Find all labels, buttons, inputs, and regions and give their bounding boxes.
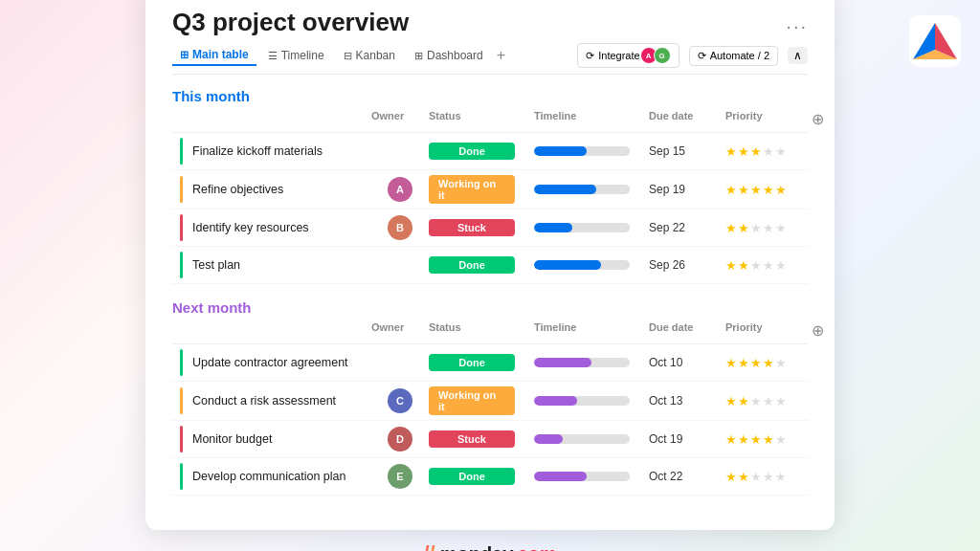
tab-timeline[interactable]: ☰ Timeline — [260, 46, 332, 65]
task-cell-6: Conduct a risk assessment — [180, 387, 371, 414]
automate-button[interactable]: ⟳ Automate / 2 — [689, 46, 778, 66]
timeline-cell-7 — [534, 434, 649, 444]
timeline-bar-2 — [534, 185, 596, 194]
star-4-3: ★ — [750, 258, 762, 273]
table-row: Conduct a risk assessment C Working on i… — [172, 382, 808, 421]
status-badge-2: Working on it — [429, 175, 515, 204]
task-name-6: Conduct a risk assessment — [192, 394, 336, 408]
status-badge-6: Working on it — [429, 386, 515, 415]
timeline-cell-5 — [534, 358, 649, 367]
star-2-2: ★ — [738, 183, 749, 197]
due-date-3: Sep 22 — [649, 221, 725, 234]
row-border-4 — [180, 252, 183, 278]
star-5-4: ★ — [763, 356, 774, 370]
avatar-2: G — [654, 47, 671, 64]
star-1-1: ★ — [725, 144, 737, 159]
status-cell-2: Working on it — [429, 175, 534, 204]
star-4-5: ★ — [775, 258, 787, 273]
add-column-button-2[interactable]: ⊕ — [812, 321, 824, 340]
timeline-cell-6 — [534, 396, 649, 406]
status-cell-4: Done — [429, 256, 534, 274]
timeline-bar-7 — [534, 434, 563, 444]
star-3-4: ★ — [763, 221, 774, 235]
star-4-4: ★ — [763, 258, 774, 273]
add-column-button-1[interactable]: ⊕ — [812, 110, 824, 128]
dots-menu[interactable]: ... — [786, 11, 808, 33]
status-cell-6: Working on it — [429, 386, 534, 415]
tab-main-table-label: Main table — [192, 48, 249, 61]
collapse-button[interactable]: ∧ — [788, 47, 808, 64]
section-next-month-title: Next month — [172, 299, 808, 316]
star-2-4: ★ — [763, 183, 774, 197]
star-4-1: ★ — [725, 258, 737, 273]
star-3-3: ★ — [750, 221, 762, 235]
stars-8: ★ ★ ★ ★ ★ — [725, 470, 812, 484]
integrate-button[interactable]: ⟳ Integrate A G — [577, 43, 679, 68]
table-icon: ⊞ — [180, 49, 189, 61]
timeline-bar-container-2 — [534, 185, 630, 194]
table-row: Update contractor agreement Done Oct 10 … — [172, 344, 808, 382]
star-2-3: ★ — [750, 183, 762, 197]
col-owner-header: Owner — [371, 110, 429, 128]
due-date-8: Oct 22 — [649, 470, 725, 483]
avatar-owner-2: A — [388, 177, 412, 202]
integrate-icon: ⟳ — [586, 50, 594, 62]
timeline-bar-1 — [534, 146, 587, 156]
tab-main-table[interactable]: ⊞ Main table — [172, 45, 256, 66]
monday-logo-icon: // — [423, 541, 434, 551]
star-7-5: ★ — [775, 432, 787, 447]
stars-6: ★ ★ ★ ★ ★ — [725, 394, 812, 408]
tab-kanban[interactable]: ⊟ Kanban — [336, 46, 403, 65]
timeline-bar-container-8 — [534, 472, 630, 481]
next-month-table-header: Owner Status Timeline Due date Priority … — [172, 321, 808, 344]
task-cell-3: Identify key resources — [180, 214, 371, 241]
monday-logo: // monday.com — [423, 541, 556, 551]
star-8-5: ★ — [775, 470, 787, 484]
due-date-5: Oct 10 — [649, 356, 725, 369]
timeline-icon: ☰ — [268, 50, 278, 62]
status-badge-5: Done — [429, 354, 515, 371]
task-name-7: Monitor budget — [192, 432, 272, 446]
status-badge-8: Done — [429, 468, 515, 485]
star-2-5: ★ — [775, 183, 787, 197]
star-1-4: ★ — [763, 144, 774, 159]
star-6-2: ★ — [738, 394, 749, 408]
section-next-month: Next month Owner Status Timeline Due dat… — [172, 299, 808, 496]
this-month-table-header: Owner Status Timeline Due date Priority … — [172, 110, 808, 133]
due-date-6: Oct 13 — [649, 394, 725, 408]
timeline-bar-container-4 — [534, 260, 630, 270]
automate-label: Automate / 2 — [710, 50, 769, 61]
monday-logo-text: monday.com — [440, 543, 557, 552]
star-4-2: ★ — [738, 258, 749, 273]
tab-kanban-label: Kanban — [356, 49, 395, 62]
col-priority-header-2: Priority — [725, 321, 812, 340]
avatar-group: A G — [644, 47, 671, 64]
col-duedate-header-2: Due date — [649, 321, 725, 340]
stars-5: ★ ★ ★ ★ ★ — [725, 356, 812, 370]
task-name-5: Update contractor agreement — [192, 356, 348, 369]
timeline-bar-3 — [534, 223, 572, 232]
avatar-owner-8: E — [388, 464, 412, 489]
status-badge-7: Stuck — [429, 430, 515, 448]
timeline-bar-4 — [534, 260, 601, 270]
star-1-3: ★ — [750, 144, 762, 159]
dashboard-icon: ⊞ — [414, 50, 423, 62]
task-name-8: Develop communication plan — [192, 470, 346, 483]
star-7-2: ★ — [738, 432, 749, 447]
timeline-bar-5 — [534, 358, 591, 367]
due-date-7: Oct 19 — [649, 432, 725, 446]
status-cell-8: Done — [429, 468, 534, 485]
add-tab-button[interactable]: + — [497, 47, 505, 64]
col-add-header-2: ⊕ — [812, 321, 831, 340]
table-row: Monitor budget D Stuck Oct 19 ★ ★ ★ — [172, 421, 808, 458]
tab-dashboard[interactable]: ⊞ Dashboard — [407, 46, 491, 65]
timeline-bar-container-5 — [534, 358, 630, 367]
main-card: Q3 project overview ... ⊞ Main table ☰ T… — [145, 0, 835, 530]
task-cell-1: Finalize kickoff materials — [180, 138, 371, 165]
status-cell-7: Stuck — [429, 430, 534, 448]
status-badge-4: Done — [429, 256, 515, 274]
status-cell-5: Done — [429, 354, 534, 371]
star-6-5: ★ — [775, 394, 787, 408]
due-date-2: Sep 19 — [649, 183, 725, 196]
col-status-header: Status — [429, 110, 534, 128]
